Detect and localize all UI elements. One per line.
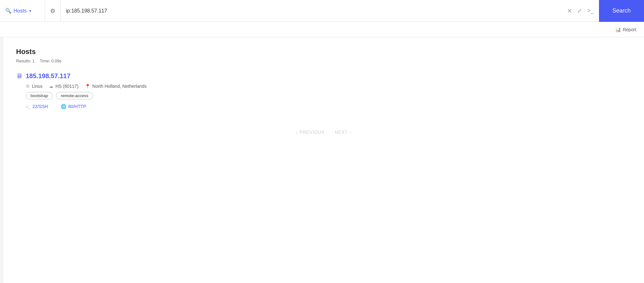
next-button[interactable]: NEXT › (335, 130, 351, 135)
report-button[interactable]: 📊 Report (615, 27, 636, 32)
host-entry: 🖥 185.198.57.117 ⚙ Linux ☁ HS (60117) 📍 … (16, 72, 631, 109)
pagination: ‹ PREVIOUS NEXT › (16, 117, 631, 141)
location-info: 📍 North Holland, Netherlands (85, 84, 147, 89)
service-ssh[interactable]: >_ 22/SSH (26, 104, 48, 109)
service-http[interactable]: 🌐 80/HTTP (61, 104, 86, 109)
services-row: >_ 22/SSH 🌐 80/HTTP (26, 104, 631, 109)
search-actions: ✕ ⤢ >_ (567, 7, 594, 14)
search-input-wrapper: ✕ ⤢ >_ (61, 7, 599, 14)
ssh-label: 22/SSH (32, 104, 48, 109)
provider-info: ☁ HS (60117) (49, 84, 78, 89)
location-label: North Holland, Netherlands (92, 84, 147, 89)
gear-icon: ⚙ (50, 7, 55, 14)
os-label: Linux (32, 84, 42, 89)
results-meta: Results: 1 Time: 0.09s (16, 59, 631, 63)
host-ip-row: 🖥 185.198.57.117 (16, 72, 631, 80)
globe-service-icon: 🌐 (61, 104, 66, 109)
os-info: ⚙ Linux (26, 84, 42, 89)
settings-button[interactable]: ⚙ (45, 0, 61, 22)
tag-bootstrap[interactable]: bootstrap (26, 92, 53, 99)
hosts-dropdown[interactable]: 🔍 Hosts ▾ (0, 0, 45, 22)
host-meta-row: ⚙ Linux ☁ HS (60117) 📍 North Holland, Ne… (26, 84, 631, 89)
tags-row: bootstrap remote-access (26, 92, 631, 99)
results-time: Time: 0.09s (40, 59, 61, 63)
results-count: Results: 1 (16, 59, 35, 63)
main-content: Hosts Results: 1 Time: 0.09s 🖥 185.198.5… (0, 37, 644, 283)
top-bar: 🔍 Hosts ▾ ⚙ ✕ ⤢ >_ Search (0, 0, 644, 22)
http-label: 80/HTTP (68, 104, 86, 109)
expand-icon[interactable]: ⤢ (577, 7, 582, 14)
search-button[interactable]: Search (599, 0, 644, 22)
location-pin-icon: 📍 (85, 84, 90, 89)
tag-remote-access[interactable]: remote-access (56, 92, 93, 99)
previous-button[interactable]: ‹ PREVIOUS (296, 130, 324, 135)
provider-label: HS (60117) (55, 84, 78, 89)
previous-label: PREVIOUS (299, 130, 324, 135)
clear-icon[interactable]: ✕ (567, 7, 572, 14)
report-label: Report (623, 27, 636, 32)
terminal-icon[interactable]: >_ (587, 7, 594, 14)
chevron-left-icon: ‹ (296, 130, 297, 135)
results-title: Hosts (16, 48, 631, 56)
chart-icon: 📊 (615, 27, 621, 32)
hosts-label: Hosts (14, 8, 27, 14)
terminal-service-icon: >_ (26, 104, 31, 109)
chevron-down-icon: ▾ (29, 9, 31, 13)
monitor-icon: 🖥 (16, 72, 23, 80)
os-icon: ⚙ (26, 84, 30, 89)
chevron-right-icon: › (350, 130, 351, 135)
search-icon: 🔍 (5, 8, 12, 14)
next-label: NEXT (335, 130, 348, 135)
host-ip-link[interactable]: 185.198.57.117 (26, 72, 70, 80)
search-input[interactable] (66, 8, 565, 14)
cloud-icon: ☁ (49, 84, 53, 89)
sub-header: 📊 Report (0, 22, 644, 37)
results-panel: Hosts Results: 1 Time: 0.09s 🖥 185.198.5… (3, 37, 644, 283)
left-strip (0, 37, 3, 283)
